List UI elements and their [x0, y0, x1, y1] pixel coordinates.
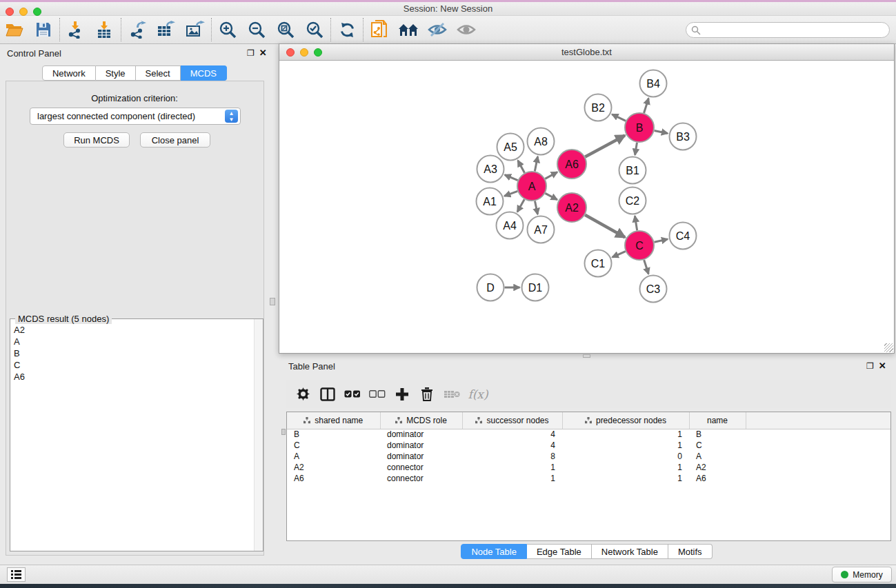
- node-table[interactable]: shared nameMCDS rolesuccessor nodesprede…: [286, 412, 891, 541]
- zoom-fit-button[interactable]: [271, 17, 300, 42]
- edge-B-B2[interactable]: [612, 114, 626, 121]
- close-panel-icon[interactable]: ✕: [259, 49, 267, 57]
- edge-B-B3[interactable]: [655, 130, 668, 133]
- node-B2[interactable]: B2: [585, 94, 612, 121]
- column-header-successor-nodes[interactable]: successor nodes: [462, 412, 562, 429]
- save-session-button[interactable]: [29, 17, 58, 42]
- table-settings-button[interactable]: [290, 383, 315, 406]
- zoom-network-button[interactable]: [314, 48, 322, 57]
- column-header-predecessor-nodes[interactable]: predecessor nodes: [562, 412, 689, 429]
- close-panel-button[interactable]: Close panel: [140, 132, 210, 148]
- node-C3[interactable]: C3: [640, 276, 667, 303]
- minimize-window-button[interactable]: [19, 8, 28, 16]
- table-row[interactable]: A2connector11A2: [287, 462, 891, 473]
- node-B4[interactable]: B4: [640, 70, 667, 97]
- select-all-columns-button[interactable]: [340, 383, 365, 406]
- import-network-button[interactable]: [61, 17, 90, 42]
- edge-A-A5[interactable]: [518, 161, 525, 173]
- export-table-button[interactable]: [152, 17, 181, 42]
- optimization-criterion-select[interactable]: largest connected component (directed) ▲…: [30, 108, 241, 125]
- node-C[interactable]: C: [625, 231, 654, 260]
- edge-C-C4[interactable]: [654, 239, 668, 242]
- edge-B-B1[interactable]: [635, 143, 637, 155]
- edge-B-B4[interactable]: [644, 98, 649, 113]
- column-header-shared-name[interactable]: shared name: [287, 412, 380, 429]
- node-A2[interactable]: A2: [557, 193, 586, 222]
- show-columns-button[interactable]: [315, 383, 340, 406]
- node-C4[interactable]: C4: [670, 223, 697, 250]
- tab-style[interactable]: Style: [96, 65, 136, 81]
- network-window-titlebar[interactable]: testGlobe.txt: [279, 44, 894, 61]
- node-D1[interactable]: D1: [522, 274, 549, 301]
- node-A7[interactable]: A7: [528, 216, 555, 243]
- node-C1[interactable]: C1: [585, 250, 612, 277]
- node-C2[interactable]: C2: [619, 187, 646, 214]
- mcds-list-scrollbar[interactable]: [254, 319, 263, 551]
- edge-A-A3[interactable]: [505, 175, 518, 181]
- table-row[interactable]: Adominator80A: [287, 451, 891, 462]
- edge-A-A8[interactable]: [535, 156, 537, 171]
- table-row[interactable]: A6connector11A6: [287, 473, 891, 484]
- edge-A6-B[interactable]: [585, 135, 625, 156]
- clone-network-button[interactable]: [365, 17, 394, 42]
- table-splitter-handle[interactable]: [583, 354, 590, 358]
- column-header-name[interactable]: name: [689, 412, 746, 429]
- tab-select[interactable]: Select: [136, 65, 181, 81]
- delete-columns-button[interactable]: [415, 383, 439, 406]
- minimize-network-button[interactable]: [300, 48, 308, 57]
- close-network-button[interactable]: [286, 48, 295, 57]
- tab-network[interactable]: Network: [42, 65, 96, 81]
- node-A8[interactable]: A8: [528, 128, 555, 155]
- delete-table-button[interactable]: [439, 383, 464, 406]
- close-table-panel-icon[interactable]: ✕: [879, 362, 886, 370]
- edge-C-C2[interactable]: [635, 216, 637, 230]
- table-row[interactable]: Bdominator41B: [287, 429, 891, 440]
- search-input[interactable]: [701, 24, 889, 37]
- edge-A-A4[interactable]: [517, 199, 524, 212]
- mcds-result-item[interactable]: B: [11, 347, 252, 359]
- edge-C-C3[interactable]: [644, 260, 649, 274]
- add-column-button[interactable]: [390, 383, 415, 406]
- import-table-button[interactable]: [90, 17, 119, 42]
- edge-A2-C[interactable]: [585, 215, 625, 237]
- edge-A-A7[interactable]: [535, 201, 537, 214]
- node-D[interactable]: D: [477, 274, 504, 301]
- node-A4[interactable]: A4: [497, 212, 524, 239]
- tab-mcds[interactable]: MCDS: [181, 65, 227, 81]
- table-scroll-handle[interactable]: [281, 429, 286, 435]
- first-neighbors-button[interactable]: [394, 17, 423, 42]
- close-window-button[interactable]: [6, 8, 14, 16]
- float-table-panel-icon[interactable]: ❐: [866, 362, 874, 370]
- deselect-all-columns-button[interactable]: [365, 383, 390, 406]
- memory-button[interactable]: Memory: [832, 567, 892, 582]
- panel-splitter-handle[interactable]: [270, 298, 275, 305]
- search-field[interactable]: [686, 22, 890, 38]
- zoom-out-button[interactable]: [242, 17, 271, 42]
- tab-node-table[interactable]: Node Table: [461, 544, 527, 559]
- task-history-button[interactable]: [7, 567, 26, 582]
- tab-network-table[interactable]: Network Table: [592, 544, 668, 559]
- edge-C-C1[interactable]: [613, 252, 626, 257]
- open-session-button[interactable]: [0, 17, 29, 42]
- column-header-MCDS-role[interactable]: MCDS role: [380, 412, 462, 429]
- network-canvas[interactable]: B4B2BB3A8A5A6A3B1AC2A1A2A4A7C4CC1C3DD1: [279, 61, 894, 353]
- show-all-button[interactable]: [452, 17, 481, 42]
- node-A3[interactable]: A3: [477, 156, 504, 183]
- run-mcds-button[interactable]: Run MCDS: [63, 132, 130, 148]
- node-B1[interactable]: B1: [619, 157, 646, 184]
- zoom-selected-button[interactable]: [300, 17, 329, 42]
- mcds-result-item[interactable]: A2: [11, 324, 252, 336]
- hide-selected-button[interactable]: [423, 17, 452, 42]
- edge-A-A6[interactable]: [545, 172, 557, 179]
- node-A6[interactable]: A6: [557, 150, 586, 179]
- node-A[interactable]: A: [517, 172, 546, 201]
- mcds-result-item[interactable]: A6: [11, 371, 252, 383]
- tab-motifs[interactable]: Motifs: [668, 544, 713, 559]
- apply-layout-button[interactable]: [332, 17, 361, 42]
- mcds-result-item[interactable]: A: [11, 336, 252, 347]
- function-builder-button[interactable]: f(x): [464, 383, 489, 406]
- float-panel-icon[interactable]: ❐: [247, 49, 255, 57]
- zoom-in-button[interactable]: [213, 17, 242, 42]
- zoom-window-button[interactable]: [33, 8, 41, 16]
- tab-edge-table[interactable]: Edge Table: [527, 544, 592, 559]
